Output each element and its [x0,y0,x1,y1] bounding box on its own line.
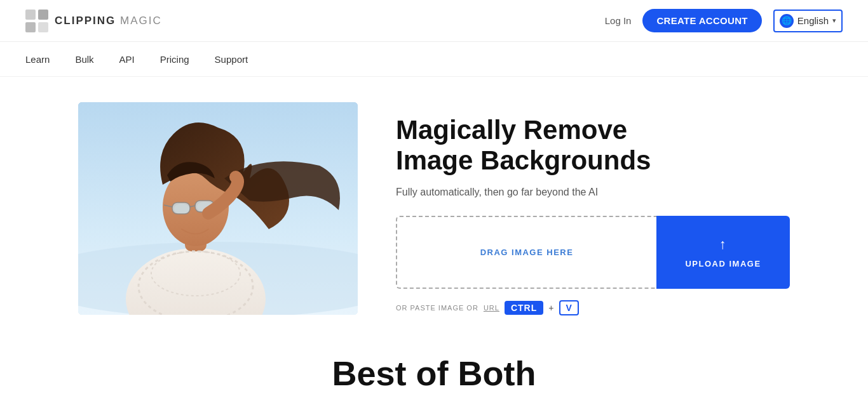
hero-person-image [78,102,358,315]
nav-item-bulk[interactable]: Bulk [75,51,93,67]
upload-arrow-icon: ↑ [719,236,728,253]
nav-bar: Learn Bulk API Pricing Support [0,42,868,77]
svg-rect-11 [172,202,190,214]
language-selector[interactable]: 🌐 English ▾ [773,10,843,32]
paste-area: OR PASTE IMAGE OR URL CTRL + V [396,300,790,315]
language-label: English [797,15,829,26]
main-content: Magically Remove Image Backgrounds Fully… [53,77,815,334]
nav-item-learn[interactable]: Learn [25,51,50,67]
drag-drop-label: DRAG IMAGE HERE [480,248,574,257]
svg-rect-3 [38,22,48,32]
best-of-both-section: Best of Both [0,334,868,393]
header: CLIPPING MAGIC Log In CREATE ACCOUNT 🌐 E… [0,0,868,42]
upload-button-label: UPLOAD IMAGE [685,259,761,268]
upload-image-button[interactable]: ↑ UPLOAD IMAGE [656,216,790,289]
nav-item-support[interactable]: Support [215,51,248,67]
logo-text: CLIPPING MAGIC [55,15,162,27]
ctrl-badge: CTRL [505,301,543,315]
create-account-button[interactable]: CREATE ACCOUNT [642,9,761,32]
plus-icon: + [548,303,554,313]
header-right: Log In CREATE ACCOUNT 🌐 English ▾ [605,9,843,32]
drag-drop-zone[interactable]: DRAG IMAGE HERE [396,216,656,289]
login-link[interactable]: Log In [605,15,632,26]
best-of-both-title: Best of Both [25,354,843,393]
globe-icon: 🌐 [780,14,794,28]
paste-text: OR PASTE IMAGE OR [396,304,478,312]
upload-area: DRAG IMAGE HERE ↑ UPLOAD IMAGE [396,216,790,289]
hero-right: Magically Remove Image Backgrounds Fully… [396,102,790,315]
svg-rect-1 [38,10,48,20]
hero-subtitle: Fully automatically, then go far beyond … [396,187,790,198]
hero-image [78,102,358,315]
v-badge: V [559,300,578,315]
svg-rect-0 [25,10,36,20]
nav-item-pricing[interactable]: Pricing [160,51,189,67]
nav-item-api[interactable]: API [119,51,135,67]
url-link[interactable]: URL [484,304,499,312]
logo[interactable]: CLIPPING MAGIC [25,10,162,32]
logo-icon [25,10,48,32]
svg-rect-2 [25,22,36,32]
hero-title: Magically Remove Image Backgrounds [396,115,790,176]
chevron-down-icon: ▾ [832,17,836,25]
